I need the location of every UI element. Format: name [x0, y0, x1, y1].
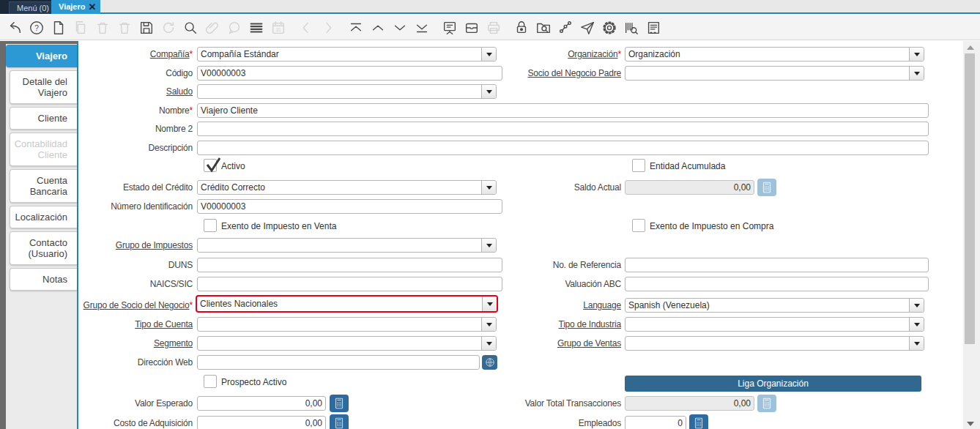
direccion-web-input[interactable]	[197, 355, 480, 370]
globe-button[interactable]	[482, 355, 497, 370]
empleados-input[interactable]: 0	[625, 416, 686, 429]
estado-credito-combo[interactable]: Crédito Correcto	[197, 180, 497, 195]
calculator-button[interactable]	[757, 395, 776, 412]
print-icon[interactable]	[485, 19, 502, 37]
close-tab-icon[interactable]: ✕	[89, 0, 97, 14]
workflow-icon[interactable]	[557, 19, 574, 37]
report-icon[interactable]	[645, 19, 662, 37]
label-socio-padre[interactable]: Socio del Negocio Padre	[469, 66, 621, 81]
down-record-icon[interactable]	[391, 19, 409, 37]
calculator-button[interactable]	[330, 414, 349, 429]
chat-icon[interactable]	[226, 19, 243, 37]
label-saludo[interactable]: Saludo	[79, 84, 193, 99]
activo-checkbox[interactable]	[204, 159, 217, 172]
refresh-icon[interactable]	[160, 19, 177, 37]
valor-esperado-input[interactable]: 0,00	[197, 396, 326, 411]
undo-icon[interactable]	[6, 19, 23, 37]
record-info-icon[interactable]	[535, 19, 552, 37]
no-referencia-input[interactable]	[625, 258, 929, 272]
prev-record-icon[interactable]	[297, 19, 315, 37]
scrollbar-thumb[interactable]	[965, 53, 975, 344]
sidebar-tab-viajero[interactable]: Viajero	[6, 45, 77, 67]
codigo-input[interactable]: V00000003	[197, 66, 502, 81]
label-organizacion[interactable]: Organización	[469, 47, 621, 61]
label-tipo-cuenta[interactable]: Tipo de Cuenta	[79, 317, 193, 332]
sidebar-tab-contacto-usuario-[interactable]: Contacto (Usuario)	[10, 231, 77, 265]
chevron-down-icon[interactable]	[909, 48, 924, 61]
duns-input[interactable]	[197, 258, 502, 272]
label-grupo-socio[interactable]: Grupo de Socio del Negocio	[79, 298, 193, 313]
label-grupo-impuestos[interactable]: Grupo de Impuestos	[79, 238, 193, 253]
preferences-icon[interactable]	[601, 19, 618, 37]
tipo-cuenta-combo[interactable]	[197, 317, 497, 332]
attachment-icon[interactable]	[204, 19, 221, 37]
numero-identificacion-input[interactable]: V00000003	[197, 199, 502, 214]
chevron-down-icon[interactable]	[909, 67, 924, 80]
tab-viajero[interactable]: Viajero✕	[51, 0, 100, 14]
chevron-down-icon[interactable]	[481, 239, 496, 252]
chevron-down-icon[interactable]	[481, 85, 496, 98]
tab-menu[interactable]: Menú (0)	[9, 1, 57, 14]
grid-toggle-icon[interactable]	[248, 19, 265, 37]
help-icon[interactable]: ?	[28, 19, 45, 37]
calendar-icon[interactable]: 31	[270, 19, 287, 37]
calculator-button[interactable]	[330, 395, 349, 412]
up-record-icon[interactable]	[369, 19, 387, 37]
parent-record-icon[interactable]	[347, 19, 365, 37]
label-compania[interactable]: Compañía	[79, 47, 193, 61]
organizacion-combo[interactable]: Organización	[625, 47, 924, 61]
scrollbar[interactable]	[963, 41, 980, 429]
grupo-impuestos-combo[interactable]	[197, 238, 497, 253]
product-info-icon[interactable]	[623, 19, 640, 37]
archive-icon[interactable]	[463, 19, 480, 37]
save-icon[interactable]	[138, 19, 155, 37]
chevron-down-icon[interactable]	[909, 337, 924, 350]
segmento-combo[interactable]	[197, 336, 497, 351]
prospecto-activo-checkbox[interactable]	[204, 375, 217, 388]
calculator-button[interactable]	[757, 179, 776, 196]
delete-record-icon[interactable]	[94, 19, 111, 37]
descripcion-input[interactable]	[197, 141, 929, 155]
label-tipo-industria[interactable]: Tipo de Industria	[469, 317, 621, 332]
language-combo[interactable]: Spanish (Venezuela)	[625, 298, 924, 313]
sidebar-tab-localizaci-n[interactable]: Localización	[10, 206, 77, 228]
scroll-down-icon[interactable]	[967, 422, 974, 426]
send-mail-icon[interactable]	[579, 19, 596, 37]
costo-adquisicion-input[interactable]: 0,00	[197, 416, 326, 429]
lock-icon[interactable]	[513, 19, 530, 37]
sidebar-tab-cuenta-bancaria[interactable]: Cuenta Bancaria	[10, 169, 77, 203]
valuacion-abc-input[interactable]	[625, 277, 929, 291]
label-language[interactable]: Language	[469, 298, 621, 313]
sidebar-tab-detalle-del-viajero[interactable]: Detalle del Viajero	[10, 70, 77, 104]
liga-organizacion-button[interactable]: Liga Organización	[625, 376, 921, 392]
nombre2-input[interactable]	[197, 122, 929, 136]
child-record-icon[interactable]	[413, 19, 431, 37]
sidebar-tab-cliente[interactable]: Cliente	[10, 107, 77, 130]
grupo-socio-combo[interactable]: Clientes Nacionales	[196, 295, 498, 313]
compania-combo[interactable]: Compañía Estándar	[197, 47, 497, 61]
saludo-combo[interactable]	[197, 84, 497, 99]
detail-board-icon[interactable]	[441, 19, 459, 37]
entidad-acumulada-checkbox[interactable]	[632, 159, 645, 172]
exento-compra-checkbox[interactable]	[632, 219, 645, 232]
copy-record-icon[interactable]	[72, 19, 89, 37]
calculator-button[interactable]	[689, 414, 708, 429]
naics-input[interactable]	[197, 277, 502, 291]
sidebar-tab-notas[interactable]: Notas	[10, 268, 77, 291]
label-grupo-ventas[interactable]: Grupo de Ventas	[469, 336, 621, 351]
tipo-industria-combo[interactable]	[625, 317, 924, 332]
sidebar-tab-contabilidad-cliente[interactable]: Contabilidad Cliente	[10, 133, 77, 166]
nombre-input[interactable]: Viajero Cliente	[197, 103, 929, 118]
exento-venta-checkbox[interactable]	[204, 219, 217, 232]
next-record-icon[interactable]	[319, 19, 337, 37]
new-record-icon[interactable]	[50, 19, 67, 37]
label-nombre2: Nombre 2	[79, 122, 193, 136]
chevron-down-icon[interactable]	[909, 318, 924, 331]
label-segmento[interactable]: Segmento	[79, 336, 193, 351]
delete-selection-icon[interactable]	[116, 19, 133, 37]
chevron-down-icon[interactable]	[909, 299, 924, 312]
grupo-ventas-combo[interactable]	[625, 336, 924, 351]
scroll-up-icon[interactable]	[967, 45, 974, 50]
find-icon[interactable]	[182, 19, 199, 37]
socio-padre-combo[interactable]	[625, 66, 924, 81]
